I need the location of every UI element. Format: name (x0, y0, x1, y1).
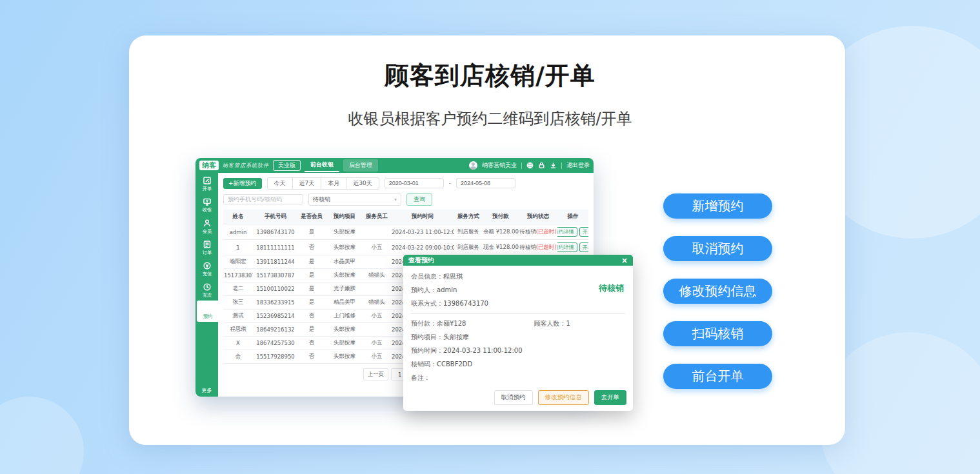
app-navbar: 纳客 纳客管店系统软件 美业版 前台收银 后台管理 纳客营销美业 (195, 158, 594, 173)
divider (411, 313, 625, 314)
app-screenshot: 纳客 纳客管店系统软件 美业版 前台收银 后台管理 纳客营销美业 (195, 158, 594, 397)
lock-icon[interactable] (538, 162, 545, 169)
go-billing-button[interactable]: 去开单 (594, 390, 627, 405)
cell-phone: 15100110022 (253, 282, 298, 296)
cell-name: 张三 (223, 296, 253, 310)
chevron-down-icon: ▾ (394, 197, 397, 202)
sidebar-item-recharge[interactable]: 充值 (195, 258, 218, 279)
order-edit-icon (203, 175, 212, 184)
cell-member: 否 (298, 240, 325, 255)
quick-range-button[interactable]: 近30天 (346, 177, 379, 190)
cell-mode: 到店服务 (454, 240, 483, 255)
cell-member: 是 (298, 269, 325, 282)
table-header-cell: 预约项目 (325, 210, 364, 224)
cell-item: 头部按摩 (325, 337, 364, 350)
sidebar-item-booking[interactable]: 预约 (197, 301, 218, 322)
cta-button[interactable]: 前台开单 (663, 364, 772, 389)
recharge-icon (203, 261, 212, 270)
search-input[interactable] (223, 194, 303, 204)
support-icon[interactable] (526, 162, 534, 169)
cell-member: 是 (298, 224, 325, 240)
item-label: 预约项目： (411, 333, 443, 341)
row-action-group: 预约详情开单 (558, 227, 588, 237)
new-booking-button[interactable]: +新增预约 (223, 178, 262, 189)
query-button[interactable]: 查询 (406, 193, 432, 206)
sidebar-item-orders[interactable]: 订单 (195, 237, 218, 258)
contact-value: 13986743170 (443, 300, 488, 307)
view-booking-modal: 查看预约 × 会员信息：程思琪 预约人：admin 联系方式：139867431… (403, 255, 633, 411)
cell-item: 头部按摩 (325, 323, 364, 337)
pagination-prev[interactable]: 上一页 (363, 368, 389, 380)
sidebar-item-cashier[interactable]: 收银 (195, 194, 218, 215)
sidebar-item-open-order[interactable]: 开单 (195, 173, 218, 194)
cta-button[interactable]: 修改预约信息 (663, 279, 772, 304)
filter-row-2: 待核销 ▾ 查询 (223, 193, 588, 205)
quick-range-button[interactable]: 今天 (267, 177, 293, 190)
cta-button[interactable]: 取消预约 (663, 236, 772, 261)
table-header-cell: 操作 (557, 210, 588, 224)
prepay-value: 余额¥128 (437, 320, 466, 327)
cell-member: 是 (298, 296, 325, 310)
download-icon[interactable] (550, 162, 557, 169)
open-bill-button[interactable]: 开单 (579, 227, 589, 237)
sidebar-item-more[interactable]: 更多 (195, 387, 218, 397)
logout-link[interactable]: 退出登录 (566, 161, 590, 170)
filter-row-1: +新增预约 今天近7天本月近30天 - (223, 177, 588, 189)
cell-actions: 预约详情开单 (557, 240, 588, 255)
cell-phone: 18674257530 (253, 337, 298, 350)
member-icon (203, 218, 212, 227)
cell-phone: 18111111111 (253, 240, 298, 255)
cell-item: 精品美甲 (325, 296, 364, 310)
modal-header: 查看预约 × (403, 255, 633, 266)
decor-circle (0, 397, 84, 474)
cell-member: 是 (298, 255, 325, 269)
booker-value: admin (437, 286, 457, 293)
cell-item: 上门维修 (325, 310, 364, 323)
cta-button[interactable]: 扫码核销 (663, 321, 772, 346)
cell-name: X (223, 337, 253, 350)
contact-line: 联系方式：13986743170 (411, 299, 625, 308)
open-bill-button[interactable]: 开单 (579, 242, 589, 252)
modal-body: 会员信息：程思琪 预约人：admin 联系方式：13986743170 待核销 … (403, 266, 633, 382)
cell-phone: 18336233915 (253, 296, 298, 310)
table-header-row: 姓名手机号码是否会员预约项目服务员工预约时间服务方式预付款预约状态操作 (223, 210, 588, 224)
quick-range-button[interactable]: 本月 (321, 177, 346, 190)
cta-column: 新增预约取消预约修改预约信息扫码核销前台开单 (663, 193, 772, 389)
cell-staff (364, 282, 390, 296)
divider (561, 163, 562, 169)
close-icon[interactable]: × (621, 257, 628, 264)
cell-phone: 15236985214 (253, 310, 298, 323)
sidebar-item-member[interactable]: 会员 (195, 215, 218, 237)
note-label: 备注： (411, 374, 430, 381)
cell-staff: 小五 (364, 350, 390, 364)
cell-name: 1 (223, 240, 253, 255)
sidebar-item-times-card[interactable]: 充次 (195, 279, 218, 301)
app-sidebar: 开单收银会员订单充值充次预约 更多 (195, 173, 218, 397)
edition-button[interactable]: 美业版 (273, 160, 301, 171)
cell-name: 喻阳宏 (223, 255, 253, 269)
date-start-input[interactable] (385, 178, 444, 188)
status-select[interactable]: 待核销 ▾ (308, 193, 401, 206)
cell-mode: 到店服务 (454, 224, 483, 240)
table-header-cell: 姓名 (223, 210, 253, 224)
modal-title: 查看预约 (408, 256, 434, 265)
cell-name: 会 (223, 350, 253, 364)
tab-backend-manage[interactable]: 后台管理 (343, 159, 378, 172)
booking-detail-button[interactable]: 预约详情 (557, 227, 577, 237)
table-header-cell: 预付款 (483, 210, 519, 224)
booking-detail-button[interactable]: 预约详情 (557, 242, 577, 252)
cell-item: 水晶美甲 (325, 255, 364, 269)
cell-member: 否 (298, 337, 325, 350)
quick-range-button[interactable]: 近7天 (293, 177, 322, 190)
cell-phone: 15517928950 (253, 350, 298, 364)
modal-footer: 取消预约 修改预约信息 去开单 (494, 390, 627, 405)
cell-staff: 小五 (364, 337, 390, 350)
cancel-booking-button[interactable]: 取消预约 (494, 390, 533, 405)
cta-button[interactable]: 新增预约 (663, 193, 772, 219)
tab-front-cashier[interactable]: 前台收银 (305, 159, 339, 172)
edit-booking-button[interactable]: 修改预约信息 (538, 390, 589, 405)
cell-status: 待核销(已超时) (519, 240, 557, 255)
cell-phone: 18649216132 (253, 323, 298, 337)
sidebar-item-label: 开单 (202, 186, 211, 192)
date-end-input[interactable] (456, 178, 515, 188)
